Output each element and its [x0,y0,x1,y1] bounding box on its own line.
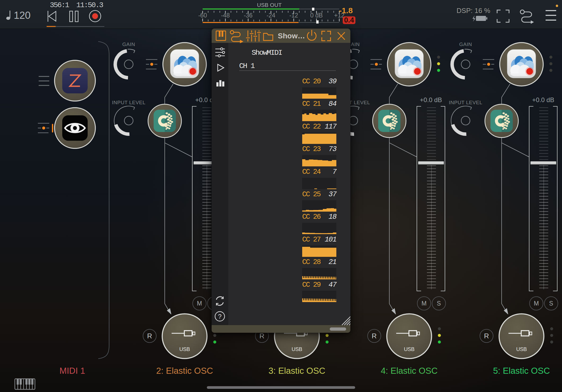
svg-text:M: M [421,300,426,307]
svg-text:-1.8: -1.8 [339,6,353,15]
svg-text:0.4: 0.4 [344,16,354,24]
svg-text:USB OUT: USB OUT [257,2,282,8]
svg-text:0 dB: 0 dB [310,12,323,19]
svg-text:DSP: 16 %: DSP: 16 % [457,7,490,15]
svg-text:120: 120 [14,10,30,21]
svg-text:Show…: Show… [278,32,305,40]
svg-text:M: M [197,300,202,307]
svg-text:-12: -12 [289,12,298,19]
svg-text:-48: -48 [221,12,230,19]
svg-text:S: S [549,300,553,307]
svg-text:R: R [147,332,152,340]
svg-text:?: ? [218,313,221,320]
svg-text:M: M [534,300,539,307]
svg-text:R: R [372,332,377,340]
svg-text:INPUT LEVEL: INPUT LEVEL [112,100,146,105]
svg-text:GAIN: GAIN [122,42,135,47]
svg-text:USB: USB [292,346,302,352]
svg-text:USB: USB [179,346,190,352]
svg-text:R: R [260,332,265,340]
svg-text:R: R [484,332,489,340]
svg-text:GAIN: GAIN [459,42,472,47]
svg-text:+0.0 dB: +0.0 dB [532,96,554,103]
svg-text:+0.0 dB: +0.0 dB [420,96,442,103]
svg-text:-24: -24 [266,12,275,19]
svg-text:USB: USB [404,346,414,352]
svg-text:S: S [437,300,441,307]
svg-text:USB: USB [516,346,527,352]
svg-text:-60: -60 [198,12,207,19]
svg-text:INPUT LEVEL: INPUT LEVEL [449,100,483,105]
svg-text:-36: -36 [244,12,252,19]
